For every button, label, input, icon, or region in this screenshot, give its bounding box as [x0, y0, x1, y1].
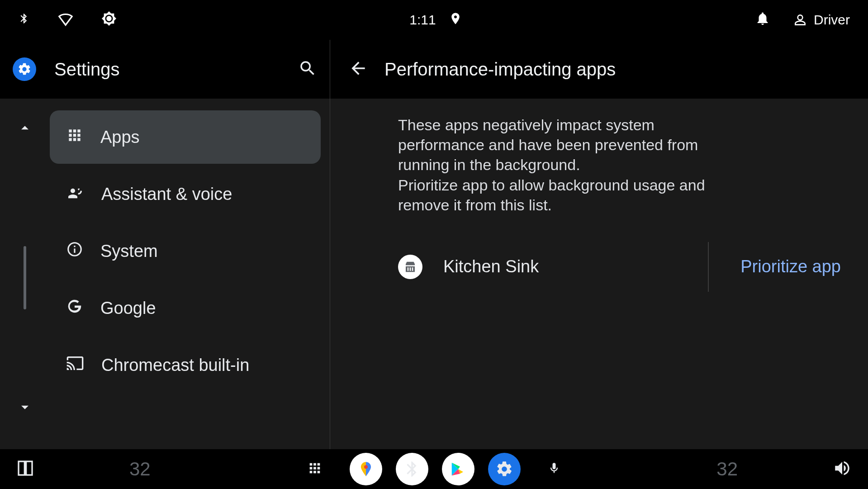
info-icon [66, 241, 83, 262]
svg-rect-1 [26, 461, 32, 475]
dock-settings-icon[interactable] [488, 453, 521, 485]
user-profile[interactable]: Driver [793, 12, 850, 28]
navbar-center [151, 453, 717, 485]
nav-bar: 32 32 [0, 449, 868, 489]
nav-item-apps[interactable]: Apps [50, 110, 321, 164]
status-bar-left [18, 10, 117, 30]
dock-maps-icon[interactable] [350, 453, 382, 485]
dock-play-icon[interactable] [442, 453, 474, 485]
cast-icon [66, 354, 84, 376]
clock-time: 1:11 [409, 12, 436, 28]
mic-icon[interactable] [548, 460, 560, 478]
left-pane: Settings Apps [0, 40, 330, 449]
status-bar-right: Driver [755, 10, 850, 30]
scroll-up-icon[interactable] [16, 119, 33, 138]
description-text: These apps negatively impact system perf… [398, 115, 742, 215]
volume-icon[interactable] [833, 459, 852, 480]
temp-right[interactable]: 32 [716, 458, 738, 480]
brightness-icon [101, 11, 117, 29]
nav-label: Google [100, 299, 156, 318]
scroll-down-icon[interactable] [16, 399, 33, 418]
nav-label: Chromecast built-in [101, 356, 249, 375]
nav-items: Apps Assistant & voice System [50, 99, 330, 449]
settings-app-icon [13, 57, 36, 81]
app-row: Kitchen Sink Prioritize app [398, 242, 841, 292]
right-header: Performance-impacting apps [330, 40, 868, 99]
dashboard-icon[interactable] [16, 459, 34, 479]
nav-item-assistant[interactable]: Assistant & voice [50, 167, 321, 221]
google-icon [66, 298, 83, 319]
bell-icon[interactable] [755, 10, 770, 30]
svg-rect-0 [19, 461, 24, 475]
svg-point-2 [364, 465, 368, 469]
nav-item-chromecast[interactable]: Chromecast built-in [50, 338, 321, 392]
left-header: Settings [0, 40, 330, 99]
scroll-track[interactable] [24, 246, 26, 309]
right-body: These apps negatively impact system perf… [330, 99, 868, 449]
status-bar: 1:11 Driver [0, 0, 868, 40]
navbar-left: 32 [16, 458, 151, 480]
content-area: Settings Apps [0, 40, 868, 449]
nav-label: System [100, 242, 158, 261]
nav-item-google[interactable]: Google [50, 281, 321, 335]
nav-item-system[interactable]: System [50, 224, 321, 278]
dock-bluetooth-icon[interactable] [396, 453, 428, 485]
apps-icon [66, 127, 83, 148]
app-grid-icon[interactable] [307, 461, 323, 478]
right-pane: Performance-impacting apps These apps ne… [330, 40, 868, 449]
nav-label: Apps [100, 128, 140, 147]
right-title: Performance-impacting apps [384, 59, 616, 80]
nav-label: Assistant & voice [101, 185, 232, 204]
wifi-icon [57, 10, 74, 30]
app-entry[interactable]: Kitchen Sink [398, 255, 694, 279]
search-button[interactable] [298, 59, 317, 80]
user-name: Driver [814, 12, 850, 28]
app-name: Kitchen Sink [443, 257, 539, 276]
bluetooth-icon [18, 10, 30, 30]
scroll-arrows [0, 99, 50, 449]
voice-icon [66, 183, 84, 205]
location-icon [449, 11, 462, 29]
status-bar-center: 1:11 [117, 11, 755, 29]
navbar-right: 32 [716, 458, 852, 480]
left-title: Settings [54, 59, 280, 80]
vertical-divider [708, 242, 709, 292]
back-button[interactable] [348, 58, 368, 80]
left-scroll-area: Apps Assistant & voice System [0, 99, 330, 449]
app-icon [398, 255, 422, 279]
prioritize-button[interactable]: Prioritize app [740, 257, 841, 276]
temp-left[interactable]: 32 [129, 458, 151, 480]
